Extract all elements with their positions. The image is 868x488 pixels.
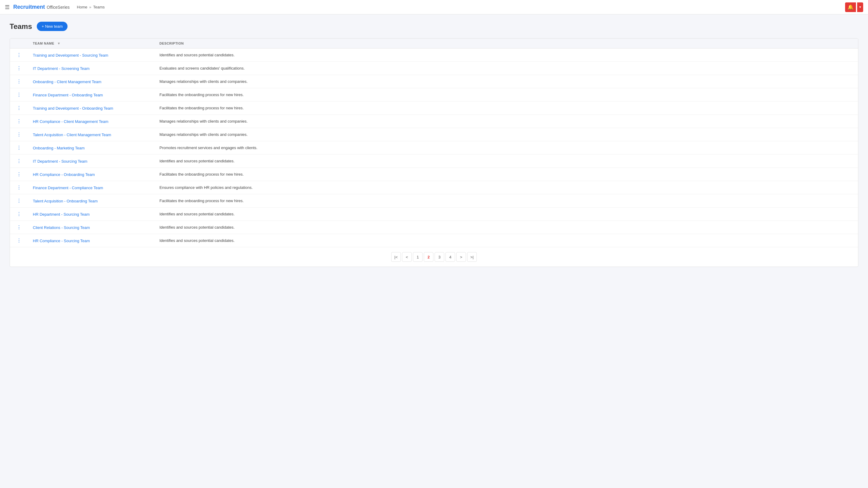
- row-actions-button[interactable]: ⋮: [17, 185, 22, 190]
- table-row: ⋮Talent Acquisition - Onboarding TeamFac…: [10, 194, 858, 207]
- chevron-down-icon: ▼: [859, 5, 862, 9]
- row-actions-cell: ⋮: [10, 207, 28, 221]
- row-actions-cell: ⋮: [10, 194, 28, 207]
- row-actions-button[interactable]: ⋮: [17, 158, 22, 164]
- team-name-link[interactable]: IT Department - Sourcing Team: [33, 159, 87, 164]
- row-actions-button[interactable]: ⋮: [17, 65, 22, 71]
- row-actions-button[interactable]: ⋮: [17, 238, 22, 243]
- team-name-link[interactable]: HR Compliance - Sourcing Team: [33, 238, 90, 243]
- team-name-link[interactable]: HR Compliance - Client Management Team: [33, 119, 108, 124]
- table-row: ⋮HR Department - Sourcing TeamIdentifies…: [10, 207, 858, 221]
- team-name-link[interactable]: Finance Department - Compliance Team: [33, 186, 103, 190]
- header-dropdown-button[interactable]: ▼: [857, 2, 863, 12]
- team-name-cell: Onboarding - Client Management Team: [28, 75, 155, 88]
- page-content: Teams + New team TEAM NAME ▼ DESCRIPTION…: [0, 14, 868, 274]
- row-actions-cell: ⋮: [10, 168, 28, 181]
- pagination-page-3[interactable]: 3: [435, 252, 444, 262]
- row-actions-cell: ⋮: [10, 88, 28, 101]
- pagination-page-1[interactable]: 1: [413, 252, 423, 262]
- row-actions-cell: ⋮: [10, 101, 28, 115]
- page-header: Teams + New team: [10, 22, 858, 31]
- team-description-cell: Facilitates the onboarding process for n…: [155, 101, 858, 115]
- table-row: ⋮IT Department - Screening TeamEvaluates…: [10, 62, 858, 75]
- table-row: ⋮Talent Acquisition - Client Management …: [10, 128, 858, 141]
- team-name-link[interactable]: Onboarding - Marketing Team: [33, 146, 85, 150]
- team-name-link[interactable]: Client Relations - Sourcing Team: [33, 225, 90, 230]
- row-actions-button[interactable]: ⋮: [17, 132, 22, 137]
- row-actions-button[interactable]: ⋮: [17, 92, 22, 98]
- row-actions-button[interactable]: ⋮: [17, 52, 22, 58]
- row-actions-button[interactable]: ⋮: [17, 145, 22, 151]
- row-actions-button[interactable]: ⋮: [17, 171, 22, 177]
- table-row: ⋮HR Compliance - Onboarding TeamFacilita…: [10, 168, 858, 181]
- row-actions-button[interactable]: ⋮: [17, 105, 22, 111]
- team-name-link[interactable]: HR Compliance - Onboarding Team: [33, 172, 95, 177]
- team-name-link[interactable]: Talent Acquisition - Onboarding Team: [33, 199, 98, 203]
- team-name-link[interactable]: Talent Acquisition - Client Management T…: [33, 133, 111, 137]
- breadcrumb-current: Teams: [93, 5, 104, 9]
- row-actions-button[interactable]: ⋮: [17, 211, 22, 217]
- team-name-link[interactable]: Finance Department - Onboarding Team: [33, 93, 103, 97]
- team-name-cell: HR Compliance - Sourcing Team: [28, 234, 155, 247]
- row-actions-button[interactable]: ⋮: [17, 198, 22, 204]
- table-row: ⋮Onboarding - Marketing TeamPromotes rec…: [10, 141, 858, 155]
- team-name-cell: HR Compliance - Client Management Team: [28, 115, 155, 128]
- page-title: Teams: [10, 22, 32, 31]
- team-name-cell: HR Department - Sourcing Team: [28, 207, 155, 221]
- row-actions-cell: ⋮: [10, 128, 28, 141]
- app-header: ☰ Recruitment OfficeSeries Home » Teams …: [0, 0, 868, 14]
- pagination-last[interactable]: >|: [467, 252, 477, 262]
- table-row: ⋮Training and Development - Onboarding T…: [10, 101, 858, 115]
- team-name-cell: HR Compliance - Onboarding Team: [28, 168, 155, 181]
- team-name-link[interactable]: Training and Development - Onboarding Te…: [33, 106, 113, 110]
- row-actions-cell: ⋮: [10, 62, 28, 75]
- pagination-first[interactable]: |<: [391, 252, 401, 262]
- menu-icon[interactable]: ☰: [5, 4, 10, 10]
- breadcrumb-home[interactable]: Home: [77, 5, 87, 9]
- team-description-cell: Identifies and sources potential candida…: [155, 207, 858, 221]
- new-team-button[interactable]: + New team: [37, 22, 67, 31]
- row-actions-cell: ⋮: [10, 181, 28, 194]
- team-name-cell: Talent Acquisition - Onboarding Team: [28, 194, 155, 207]
- brand-name: Recruitment: [13, 4, 45, 10]
- col-description: DESCRIPTION: [155, 38, 858, 48]
- breadcrumb: Home » Teams: [77, 5, 104, 9]
- team-name-cell: Training and Development - Sourcing Team: [28, 48, 155, 62]
- filter-icon[interactable]: ▼: [57, 41, 61, 45]
- team-name-link[interactable]: Training and Development - Sourcing Team: [33, 53, 108, 58]
- pagination-prev[interactable]: <: [402, 252, 412, 262]
- team-description-cell: Identifies and sources potential candida…: [155, 48, 858, 62]
- team-name-link[interactable]: HR Department - Sourcing Team: [33, 212, 90, 217]
- team-description-cell: Manages relationships with clients and c…: [155, 115, 858, 128]
- row-actions-cell: ⋮: [10, 48, 28, 62]
- row-actions-button[interactable]: ⋮: [17, 224, 22, 230]
- team-name-cell: Onboarding - Marketing Team: [28, 141, 155, 155]
- col-actions: [10, 38, 28, 48]
- row-actions-cell: ⋮: [10, 75, 28, 88]
- team-name-cell: Training and Development - Onboarding Te…: [28, 101, 155, 115]
- pagination-page-4[interactable]: 4: [445, 252, 455, 262]
- pagination-next[interactable]: >: [456, 252, 466, 262]
- row-actions-cell: ⋮: [10, 221, 28, 234]
- table-body: ⋮Training and Development - Sourcing Tea…: [10, 48, 858, 247]
- team-name-link[interactable]: IT Department - Screening Team: [33, 66, 90, 71]
- pagination-page-2[interactable]: 2: [424, 252, 433, 262]
- row-actions-cell: ⋮: [10, 115, 28, 128]
- teams-table-container: TEAM NAME ▼ DESCRIPTION ⋮Training and De…: [10, 38, 858, 267]
- team-description-cell: Manages relationships with clients and c…: [155, 128, 858, 141]
- row-actions-button[interactable]: ⋮: [17, 119, 22, 124]
- table-row: ⋮Client Relations - Sourcing TeamIdentif…: [10, 221, 858, 234]
- table-row: ⋮Finance Department - Onboarding TeamFac…: [10, 88, 858, 101]
- notification-button[interactable]: 🔔: [845, 2, 856, 12]
- team-name-cell: Finance Department - Compliance Team: [28, 181, 155, 194]
- brand-sub: OfficeSeries: [47, 5, 70, 10]
- pagination: |< < 1 2 3 4 > >|: [10, 247, 858, 267]
- team-description-cell: Manages relationships with clients and c…: [155, 75, 858, 88]
- team-name-link[interactable]: Onboarding - Client Management Team: [33, 79, 101, 84]
- team-description-cell: Identifies and sources potential candida…: [155, 221, 858, 234]
- row-actions-button[interactable]: ⋮: [17, 78, 22, 84]
- team-description-cell: Facilitates the onboarding process for n…: [155, 88, 858, 101]
- row-actions-cell: ⋮: [10, 234, 28, 247]
- team-description-cell: Ensures compliance with HR policies and …: [155, 181, 858, 194]
- row-actions-cell: ⋮: [10, 141, 28, 155]
